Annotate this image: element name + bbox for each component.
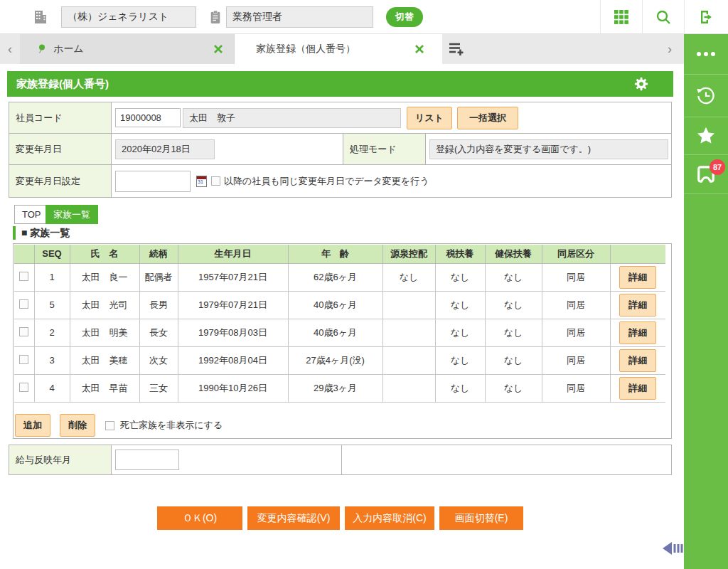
cancel-input-button[interactable]: 入力内容取消(C) [345,506,434,530]
clipboard-icon [209,10,222,24]
cell-birth: 1979年08月03日 [178,319,288,346]
cell-health: なし [485,319,542,346]
hide-deceased-checkbox[interactable] [105,421,114,430]
add-tab-icon [448,41,465,57]
family-list-nav-button[interactable]: 家族一覧 [46,205,98,224]
table-row: 4 太田 早苗 三女 1990年10月26日 29歳3ヶ月 なし なし 同居 詳… [14,374,665,402]
header-detail [610,245,665,263]
employee-name-value: 太田 敦子 [183,108,401,128]
search-icon [655,9,672,26]
salary-form-spacer [342,445,671,474]
tab-family-registration[interactable]: 家族登録（個人番号） [235,34,442,64]
detail-button[interactable]: 詳細 [619,349,656,372]
switch-screen-button[interactable]: 画面切替(E) [439,506,523,530]
search-button[interactable] [642,0,684,34]
header-seq: SEQ [34,245,70,263]
salary-month-input[interactable] [115,450,179,470]
delete-row-button[interactable]: 削除 [60,414,95,437]
add-tab-button[interactable] [442,34,471,64]
cell-birth: 1992年08月04日 [178,346,288,374]
cell-name: 太田 明美 [70,319,139,346]
row-checkbox[interactable] [19,299,28,309]
top-nav-button[interactable]: TOP [14,205,49,224]
gear-icon[interactable] [633,76,649,92]
apps-menu-button[interactable] [600,0,642,34]
cell-name: 太田 美穂 [70,346,139,374]
cell-living: 同居 [542,263,610,291]
row-checkbox[interactable] [19,327,28,336]
role-input[interactable] [226,6,373,28]
switch-button[interactable]: 切替 [386,7,423,27]
page-title: 家族登録(個人番号) [16,78,109,90]
header-withholding: 源泉控配 [382,245,435,263]
building-icon [33,9,48,25]
logout-button[interactable] [684,0,728,34]
select-all-header [14,245,34,263]
tab-home-label: ホーム [53,43,213,55]
same-date-checkbox-label: 以降の社員も同じ変更年月日でデータ変更を行う [224,175,429,188]
list-button[interactable]: リスト [407,107,452,129]
company-input[interactable] [61,6,196,28]
table-row: 2 太田 明美 長女 1979年08月03日 40歳6ヶ月 なし なし 同居 詳… [14,319,665,346]
detail-button[interactable]: 詳細 [619,266,656,289]
salary-month-label: 給与反映年月 [9,445,112,474]
row-checkbox[interactable] [19,272,28,281]
grid-icon [613,9,630,26]
detail-button[interactable]: 詳細 [619,321,656,344]
change-date-setting-input[interactable] [115,171,191,192]
topbar: 切替 [0,0,728,34]
cell-withholding [382,319,435,346]
star-icon [695,125,717,147]
change-date-value: 2020年02月18日 [115,139,215,159]
tabs-scroll-left-button[interactable]: ‹ [0,34,20,64]
cell-tax: なし [435,374,485,402]
cell-health: なし [485,291,542,319]
bulk-select-button[interactable]: 一括選択 [457,107,518,129]
cell-health: なし [485,374,542,402]
collapse-sidebar-icon[interactable] [662,540,684,557]
logout-icon [698,9,715,26]
change-date-label: 変更年月日 [9,134,112,164]
calendar-icon[interactable] [196,176,207,187]
section-accent-bar [13,226,16,240]
cell-age: 29歳3ヶ月 [288,374,382,402]
ok-button[interactable]: ＯＫ(O) [157,506,242,530]
cell-tax: なし [435,291,485,319]
change-date-setting-label: 変更年月日設定 [9,165,112,197]
row-checkbox[interactable] [19,355,28,364]
cell-relation: 長男 [139,291,178,319]
add-row-button[interactable]: 追加 [15,414,50,437]
confirm-changes-button[interactable]: 変更内容確認(V) [247,506,340,530]
cell-age: 40歳6ヶ月 [288,291,382,319]
cell-relation: 長女 [139,319,178,346]
tab-home-close-icon[interactable] [213,43,224,55]
employee-code-label: 社員コード [9,102,112,133]
more-menu-button[interactable] [684,34,728,75]
footer-actions: ＯＫ(O) 変更内容確認(V) 入力内容取消(C) 画面切替(E) [157,506,523,530]
history-button[interactable] [684,75,728,117]
detail-button[interactable]: 詳細 [619,294,656,317]
header-tax-dependent: 税扶養 [435,245,485,263]
cell-living: 同居 [542,291,610,319]
cell-age: 27歳4ヶ月(没) [288,346,382,374]
tabs-scroll-right-button[interactable]: › [660,34,680,64]
cell-birth: 1957年07月21日 [178,263,288,291]
cell-withholding: なし [382,263,435,291]
row-checkbox[interactable] [19,383,28,392]
cell-age: 40歳6ヶ月 [288,319,382,346]
cell-name: 太田 早苗 [70,374,139,402]
employee-code-input[interactable] [115,108,181,127]
family-table-header-row: SEQ 氏 名 続柄 生年月日 年 齢 源泉控配 税扶養 健保扶養 同居区分 [14,245,665,263]
detail-button[interactable]: 詳細 [619,377,656,400]
notifications-button[interactable]: 87 [684,155,728,194]
topbar-icons [600,0,728,34]
family-list-section-title: ■ 家族一覧 [13,226,70,240]
family-table: SEQ 氏 名 続柄 生年月日 年 齢 源泉控配 税扶養 健保扶養 同居区分 1… [14,245,665,403]
page-title-bar: 家族登録(個人番号) [7,71,673,97]
ellipsis-icon [696,51,716,57]
cell-living: 同居 [542,319,610,346]
tab-family-close-icon[interactable] [414,43,425,55]
tab-home[interactable]: ホーム [20,34,235,64]
favorites-button[interactable] [684,117,728,155]
same-date-checkbox[interactable] [211,176,220,186]
